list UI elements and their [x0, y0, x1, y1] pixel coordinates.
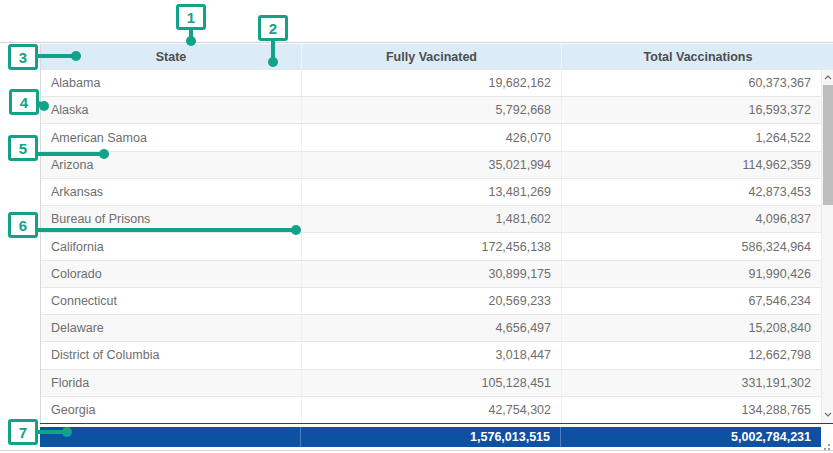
annotation-box-3: 3 — [8, 44, 38, 70]
total-vaccinations-cell: 586,324,964 — [561, 233, 821, 259]
state-cell: Alabama — [41, 70, 301, 96]
annotation-box-1: 1 — [176, 4, 206, 30]
total-vaccinations-cell: 67,546,234 — [561, 288, 821, 314]
total-vaccinations-cell: 15,208,840 — [561, 315, 821, 341]
vertical-scrollbar[interactable] — [821, 70, 833, 424]
table-row[interactable]: Georgia 42,754,302 134,288,765 — [41, 397, 821, 424]
header-cell-fully-vacinated[interactable]: Fully Vacinated — [301, 44, 561, 70]
total-vaccinations-cell: 12,662,798 — [561, 342, 821, 368]
total-vaccinations-cell: 42,873,453 — [561, 179, 821, 205]
fully-vacinated-cell: 19,682,162 — [301, 70, 561, 96]
state-cell: Connecticut — [41, 288, 301, 314]
chevron-up-icon — [824, 75, 832, 80]
vaccination-table-screenshot: State Fully Vacinated Total Vaccinations… — [0, 0, 833, 453]
table-row[interactable]: Arkansas 13,481,269 42,873,453 — [41, 179, 821, 206]
state-cell: American Samoa — [41, 124, 301, 150]
scroll-down-button[interactable] — [822, 408, 833, 420]
state-cell: California — [41, 233, 301, 259]
scroll-up-button[interactable] — [822, 71, 833, 83]
fully-vacinated-cell: 35,021,994 — [301, 152, 561, 178]
table-row[interactable]: California 172,456,138 586,324,964 — [41, 233, 821, 260]
header-row: State Fully Vacinated Total Vaccinations — [41, 44, 833, 70]
state-cell: Florida — [41, 370, 301, 396]
summary-row: 1,576,013,515 5,002,784,231 — [40, 427, 821, 447]
table-row[interactable]: Florida 105,128,451 331,191,302 — [41, 370, 821, 397]
fully-vacinated-cell: 172,456,138 — [301, 233, 561, 259]
total-vaccinations-cell: 134,288,765 — [561, 397, 821, 423]
fully-vacinated-cell: 20,569,233 — [301, 288, 561, 314]
total-vaccinations-cell: 331,191,302 — [561, 370, 821, 396]
fully-vacinated-cell: 42,754,302 — [301, 397, 561, 423]
data-table: State Fully Vacinated Total Vaccinations… — [40, 44, 833, 425]
state-cell: District of Columbia — [41, 342, 301, 368]
annotation-box-5: 5 — [8, 135, 38, 161]
state-cell: Bureau of Prisons — [41, 206, 301, 232]
state-cell: Arizona — [41, 152, 301, 178]
summary-top-border — [40, 423, 833, 424]
summary-fully-vacinated-total: 1,576,013,515 — [300, 427, 560, 447]
resize-grip-icon — [824, 444, 830, 450]
total-vaccinations-cell: 114,962,359 — [561, 152, 821, 178]
state-cell: Delaware — [41, 315, 301, 341]
fully-vacinated-cell: 1,481,602 — [301, 206, 561, 232]
annotation-box-7: 7 — [8, 419, 38, 445]
state-cell: Georgia — [41, 397, 301, 423]
table-row[interactable]: American Samoa 426,070 1,264,522 — [41, 124, 821, 151]
annotation-box-2: 2 — [258, 15, 288, 41]
state-cell: Colorado — [41, 261, 301, 287]
summary-total-vaccinations-total: 5,002,784,231 — [560, 427, 821, 447]
fully-vacinated-cell: 5,792,668 — [301, 97, 561, 123]
table-row[interactable]: Delaware 4,656,497 15,208,840 — [41, 315, 821, 342]
table-row[interactable]: Arizona 35,021,994 114,962,359 — [41, 152, 821, 179]
fully-vacinated-cell: 4,656,497 — [301, 315, 561, 341]
bottom-divider — [0, 450, 833, 451]
top-divider — [0, 42, 833, 43]
fully-vacinated-cell: 13,481,269 — [301, 179, 561, 205]
total-vaccinations-cell: 1,264,522 — [561, 124, 821, 150]
state-cell: Alaska — [41, 97, 301, 123]
total-vaccinations-cell: 60,373,367 — [561, 70, 821, 96]
table-row[interactable]: Connecticut 20,569,233 67,546,234 — [41, 288, 821, 315]
total-vaccinations-cell: 4,096,837 — [561, 206, 821, 232]
table-row[interactable]: Bureau of Prisons 1,481,602 4,096,837 — [41, 206, 821, 233]
table-row[interactable]: District of Columbia 3,018,447 12,662,79… — [41, 342, 821, 369]
fully-vacinated-cell: 30,899,175 — [301, 261, 561, 287]
fully-vacinated-cell: 3,018,447 — [301, 342, 561, 368]
table-row[interactable]: Colorado 30,899,175 91,990,426 — [41, 261, 821, 288]
table-row[interactable]: Alaska 5,792,668 16,593,372 — [41, 97, 821, 124]
header-cell-state[interactable]: State — [41, 44, 301, 70]
total-vaccinations-cell: 16,593,372 — [561, 97, 821, 123]
annotation-box-4: 4 — [9, 89, 39, 115]
table-row[interactable]: Alabama 19,682,162 60,373,367 — [41, 70, 821, 97]
total-vaccinations-cell: 91,990,426 — [561, 261, 821, 287]
fully-vacinated-cell: 426,070 — [301, 124, 561, 150]
scrollbar-thumb[interactable] — [823, 85, 833, 205]
header-cell-total-vaccinations[interactable]: Total Vaccinations — [561, 44, 833, 70]
state-cell: Arkansas — [41, 179, 301, 205]
summary-state-cell — [40, 427, 300, 447]
fully-vacinated-cell: 105,128,451 — [301, 370, 561, 396]
annotation-box-6: 6 — [8, 212, 38, 238]
chevron-down-icon — [824, 412, 832, 417]
table-body: Alabama 19,682,162 60,373,367 Alaska 5,7… — [41, 70, 821, 424]
